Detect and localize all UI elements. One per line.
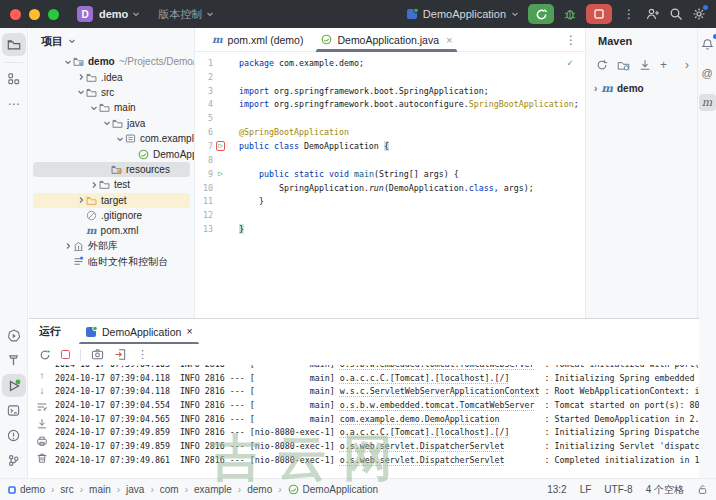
settings-button[interactable] [692,7,706,21]
window-zoom-button[interactable] [48,9,59,20]
tree-item-main[interactable]: main [29,100,194,115]
breadcrumb-item-com[interactable]: com [160,484,179,495]
tool-build-button[interactable] [2,349,26,372]
window-minimize-button[interactable] [29,9,40,20]
tree-item-.idea[interactable]: .idea [29,69,194,84]
maven-more-icon[interactable]: › [685,59,689,71]
editor-tab-pom.xml[interactable]: mpom.xml (demo) [203,28,312,52]
rerun-icon[interactable] [39,349,51,361]
code-line-4: 4import org.springframework.boot.autocon… [195,98,585,112]
caret-position[interactable]: 13:2 [547,484,566,495]
tree-item-临时文件和控制台[interactable]: 临时文件和控制台 [29,254,194,269]
more-tool-windows-button[interactable]: ⋯ [2,92,26,115]
run-gutter-icon[interactable]: ▷ [213,141,228,151]
maven-download-sources-icon[interactable] [639,59,651,71]
tree-item-src[interactable]: src [29,85,194,100]
more-icon[interactable]: ⋮ [137,349,148,360]
inspections-ok-icon[interactable]: ✓ [567,58,573,68]
stop-icon[interactable] [61,350,70,359]
project-panel-header[interactable]: 项目 [29,28,194,54]
chevron-down-icon[interactable] [115,135,125,143]
chevron-down-icon[interactable] [63,58,73,66]
chevron-right-icon[interactable] [63,242,73,250]
tool-project-button[interactable] [2,33,26,56]
maven-reload-icon[interactable] [596,59,608,71]
notifications-button[interactable] [699,36,716,53]
maven-tool-button[interactable]: m [699,94,716,111]
tree-item-test[interactable]: test [29,177,194,192]
breadcrumb-item-demoapplication[interactable]: DemoApplication [288,484,379,495]
run-tab[interactable]: DemoApplication × [77,319,201,344]
tree-item-demo[interactable]: demo~/Projects/Demo/demo [29,54,194,69]
tool-structure-button[interactable] [2,67,26,90]
next-occurrence-icon[interactable]: ↓ [40,386,45,396]
tree-item-.gitignore[interactable]: .gitignore [29,208,194,223]
run-configuration-selector[interactable]: DemoApplication [406,8,519,20]
debug-button[interactable] [563,7,577,21]
file-encoding[interactable]: UTF-8 [604,484,632,495]
tab-list-button[interactable]: ⋮ [565,34,577,46]
stop-button[interactable] [586,4,612,24]
prev-occurrence-icon[interactable]: ↑ [40,371,45,381]
run-triangle-icon[interactable]: ▷ [218,142,223,150]
editor-tab-demoapplication.java[interactable]: DemoApplication.java× [312,28,461,52]
close-icon[interactable]: × [446,34,452,46]
breadcrumb-item-demo[interactable]: demo [247,484,272,495]
tree-item-com.example.demo[interactable]: com.example.demo [29,131,194,146]
tool-run-button[interactable] [2,374,26,397]
tool-services-button[interactable] [2,324,26,347]
close-icon[interactable]: × [186,320,192,344]
breadcrumb-separator: › [238,484,241,495]
more-actions-button[interactable]: ⋮ [621,8,637,20]
chevron-down-icon[interactable] [89,104,99,112]
maven-add-icon[interactable]: + [660,59,667,71]
readonly-lock-icon[interactable] [697,484,708,495]
chevron-down-icon[interactable] [76,88,86,96]
vcs-menu[interactable]: 版本控制 [158,7,202,22]
chevron-down-icon[interactable] [102,119,112,127]
folder-project-icon [73,56,84,67]
scroll-to-end-icon[interactable] [36,418,48,430]
code-editor[interactable]: ✓ 1package com.example.demo;23import org… [195,52,585,236]
run-label[interactable]: 运行 [39,324,61,339]
run-gutter-icon[interactable]: ▷ [213,170,228,178]
tool-vcs-button[interactable] [2,449,26,472]
tree-item-java[interactable]: java [29,116,194,131]
breadcrumb-item-demo[interactable]: demo [8,484,45,495]
tool-problems-button[interactable] [2,424,26,447]
breadcrumb-item-main[interactable]: main [89,484,111,495]
tree-item-外部库[interactable]: 外部库 [29,239,194,254]
detach-console-icon[interactable] [114,348,127,361]
chevron-down-icon [68,37,76,45]
breadcrumb-item-src[interactable]: src [60,484,73,495]
code-with-me-button[interactable] [646,7,660,21]
clear-console-icon[interactable] [36,452,48,464]
window-close-button[interactable] [10,9,21,20]
indent-setting[interactable]: 4 个空格 [646,483,684,497]
rerun-button[interactable] [528,4,554,24]
chevron-right-icon[interactable] [76,73,86,81]
line-number: 5 [195,113,213,123]
chevron-right-icon[interactable] [76,196,86,204]
tree-item-demoapplication[interactable]: DemoApplication [29,146,194,161]
run-triangle-icon[interactable]: ▷ [218,170,223,178]
tree-item-target[interactable]: target [29,193,194,208]
breadcrumb-item-java[interactable]: java [126,484,144,495]
thread-dump-icon[interactable] [91,348,104,361]
tree-item-resources[interactable]: resources [29,162,194,177]
maven-project-node[interactable]: › m demo [586,76,699,95]
chevron-right-icon[interactable] [89,181,99,189]
maven-project-label: demo [617,83,644,94]
line-separator[interactable]: LF [580,484,592,495]
chevron-right-icon[interactable]: › [594,84,597,94]
breadcrumb-item-example[interactable]: example [194,484,232,495]
print-icon[interactable] [36,435,48,447]
ai-assistant-button[interactable]: @ [699,65,716,82]
search-everywhere-button[interactable] [669,7,683,21]
tool-terminal-button[interactable] [2,399,26,422]
project-name-menu[interactable]: demo [99,8,128,20]
maven-sync-folder-icon[interactable] [617,59,630,72]
soft-wrap-icon[interactable] [36,401,48,413]
code-line-3: 3import org.springframework.boot.SpringA… [195,84,585,98]
tree-item-pom.xml[interactable]: mpom.xml [29,223,194,238]
